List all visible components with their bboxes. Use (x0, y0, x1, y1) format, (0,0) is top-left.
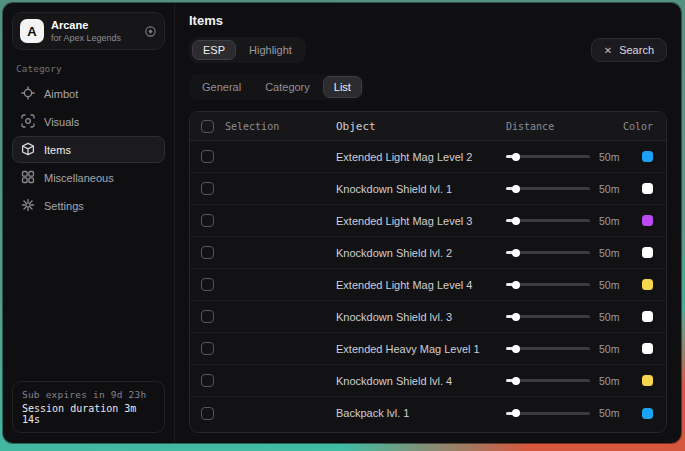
header-color-cell: Color (628, 121, 666, 132)
table-body: Extended Light Mag Level 2 50m Knockdown… (190, 141, 666, 432)
distance-slider[interactable] (506, 315, 590, 318)
color-swatch[interactable] (642, 311, 653, 322)
row-distance-cell: 50m (506, 407, 628, 419)
slider-handle[interactable] (512, 153, 520, 161)
color-swatch[interactable] (642, 279, 653, 290)
distance-slider[interactable] (506, 347, 590, 350)
distance-slider[interactable] (506, 251, 590, 254)
slider-handle[interactable] (512, 377, 520, 385)
row-color-cell (628, 343, 666, 354)
sidebar-item-visuals[interactable]: Visuals (12, 108, 165, 135)
color-swatch[interactable] (642, 215, 653, 226)
tab-general[interactable]: General (191, 76, 252, 98)
mode-pill-esp[interactable]: ESP (192, 40, 236, 60)
category-section-label: Category (16, 63, 161, 74)
table-row: Knockdown Shield lvl. 4 50m (190, 365, 666, 397)
sidebar-item-miscellaneous[interactable]: Miscellaneous (12, 164, 165, 191)
mode-pill-highlight[interactable]: Highlight (238, 40, 303, 60)
color-swatch[interactable] (642, 183, 653, 194)
row-color-cell (628, 408, 666, 419)
color-swatch[interactable] (642, 408, 653, 419)
diamond-badge-icon[interactable] (144, 25, 157, 38)
search-button[interactable]: ✕ Search (591, 38, 667, 62)
session-info-card: Sub expires in 9d 23h Session duration 3… (12, 381, 165, 433)
distance-slider[interactable] (506, 219, 590, 222)
slider-handle[interactable] (512, 249, 520, 257)
color-swatch[interactable] (642, 343, 653, 354)
distance-value: 50m (599, 343, 619, 355)
sidebar-item-label: Visuals (44, 116, 79, 128)
distance-value: 50m (599, 183, 619, 195)
main-panel: Items ESP Highlight ✕ Search General Cat… (175, 3, 681, 443)
slider-handle[interactable] (512, 185, 520, 193)
slider-handle[interactable] (512, 345, 520, 353)
session-duration-text: Session duration 3m 14s (22, 403, 155, 425)
app-window: A Arcane for Apex Legends Category (3, 3, 681, 443)
header-selection-cell: Selection (190, 120, 336, 133)
row-distance-cell: 50m (506, 247, 628, 259)
tab-category[interactable]: Category (254, 76, 321, 98)
row-selection-cell (190, 342, 336, 355)
row-selection-cell (190, 407, 336, 420)
column-header-selection: Selection (225, 121, 279, 132)
slider-handle[interactable] (512, 409, 520, 417)
row-selection-cell (190, 246, 336, 259)
slider-handle[interactable] (512, 313, 520, 321)
app-subtitle: for Apex Legends (51, 33, 121, 43)
row-checkbox[interactable] (201, 214, 214, 227)
object-label: Extended Light Mag Level 4 (336, 279, 506, 291)
distance-value: 50m (599, 247, 619, 259)
brand-card: A Arcane for Apex Legends (12, 12, 165, 50)
row-distance-cell: 50m (506, 343, 628, 355)
distance-value: 50m (599, 279, 619, 291)
object-label: Knockdown Shield lvl. 3 (336, 311, 506, 323)
row-color-cell (628, 311, 666, 322)
distance-value: 50m (599, 375, 619, 387)
row-checkbox[interactable] (201, 374, 214, 387)
row-checkbox[interactable] (201, 278, 214, 291)
distance-slider[interactable] (506, 379, 590, 382)
sidebar-item-settings[interactable]: Settings (12, 192, 165, 219)
row-checkbox[interactable] (201, 150, 214, 163)
row-distance-cell: 50m (506, 215, 628, 227)
table-row: Knockdown Shield lvl. 3 50m (190, 301, 666, 333)
row-color-cell (628, 279, 666, 290)
sidebar-item-label: Settings (44, 200, 84, 212)
sidebar-item-items[interactable]: Items (12, 136, 165, 163)
row-distance-cell: 50m (506, 279, 628, 291)
sub-expiry-text: Sub expires in 9d 23h (22, 389, 155, 400)
row-checkbox[interactable] (201, 310, 214, 323)
row-distance-cell: 50m (506, 375, 628, 387)
row-color-cell (628, 375, 666, 386)
row-checkbox[interactable] (201, 342, 214, 355)
row-checkbox[interactable] (201, 407, 214, 420)
column-header-distance: Distance (506, 121, 554, 132)
distance-value: 50m (599, 215, 619, 227)
sidebar: A Arcane for Apex Legends Category (3, 3, 175, 443)
sidebar-item-aimbot[interactable]: Aimbot (12, 80, 165, 107)
items-table: Selection Object Distance Color Extended… (189, 111, 667, 433)
tab-list[interactable]: List (323, 76, 362, 98)
color-swatch[interactable] (642, 151, 653, 162)
distance-slider[interactable] (506, 412, 590, 415)
object-label: Backpack lvl. 1 (336, 407, 506, 419)
row-checkbox[interactable] (201, 182, 214, 195)
object-label: Extended Heavy Mag Level 1 (336, 343, 506, 355)
row-distance-cell: 50m (506, 151, 628, 163)
row-checkbox[interactable] (201, 246, 214, 259)
slider-handle[interactable] (512, 281, 520, 289)
distance-slider[interactable] (506, 187, 590, 190)
color-swatch[interactable] (642, 375, 653, 386)
table-row: Knockdown Shield lvl. 2 50m (190, 237, 666, 269)
crosshair-icon (21, 86, 35, 102)
select-all-checkbox[interactable] (201, 120, 214, 133)
object-label: Extended Light Mag Level 2 (336, 151, 506, 163)
slider-handle[interactable] (512, 217, 520, 225)
column-header-color: Color (623, 121, 653, 132)
color-swatch[interactable] (642, 247, 653, 258)
view-tabs: General Category List (189, 74, 364, 100)
distance-slider[interactable] (506, 155, 590, 158)
distance-slider[interactable] (506, 283, 590, 286)
row-color-cell (628, 247, 666, 258)
controls-row: ESP Highlight ✕ Search (189, 37, 667, 63)
